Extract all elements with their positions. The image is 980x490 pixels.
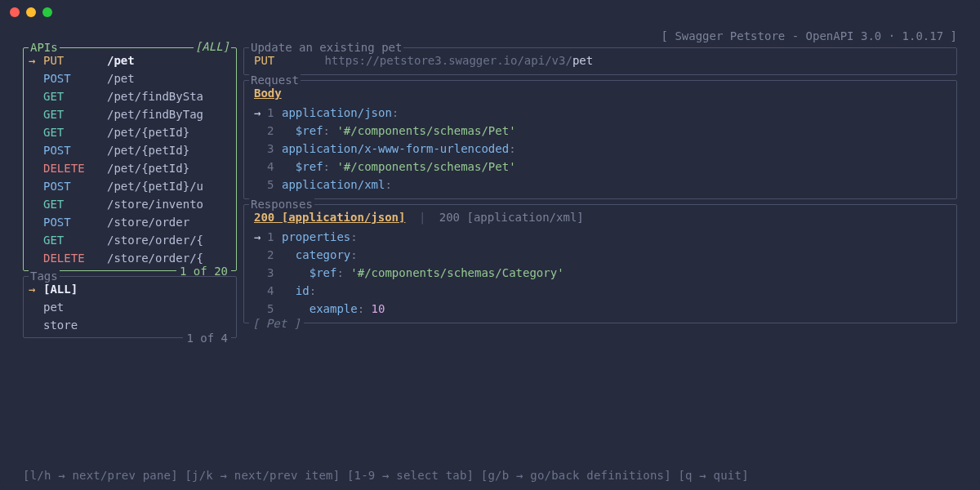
code-line[interactable]: 4 id: <box>254 282 947 300</box>
key-help-bar: [l/h → next/prev pane] [j/k → next/prev … <box>23 469 957 482</box>
line-number: 1 <box>267 228 282 246</box>
api-method: GET <box>43 231 107 249</box>
api-row[interactable]: GET/store/order/{ <box>24 231 236 249</box>
code-text: $ref: '#/components/schemas/Pet' <box>282 122 516 140</box>
header-bracket-open: [ <box>662 29 675 42</box>
api-method: POST <box>43 177 107 195</box>
api-row[interactable]: DELETE/pet/{petId} <box>24 159 236 177</box>
close-icon[interactable] <box>10 7 20 17</box>
api-method: GET <box>43 123 107 141</box>
summary-url-path: pet <box>572 54 593 67</box>
summary-panel: Update an existing pet PUT https://petst… <box>243 47 957 75</box>
left-column: APIs [ALL] PUT/petPOST/petGET/pet/findBy… <box>23 47 237 343</box>
code-line[interactable]: 5 example: 10 <box>254 300 947 318</box>
apis-filter-badge: [ALL] <box>194 40 231 53</box>
right-column: Update an existing pet PUT https://petst… <box>237 47 957 343</box>
api-method: DELETE <box>43 249 107 267</box>
api-path: /pet/{petId} <box>107 141 189 159</box>
line-number: 4 <box>267 282 282 300</box>
code-text: application/json: <box>282 104 399 122</box>
responses-body-yaml[interactable]: 1properties:2 category:3 $ref: '#/compon… <box>244 228 956 321</box>
api-path: /pet/{petId} <box>107 123 189 141</box>
api-path: /store/order <box>107 213 189 231</box>
code-text: category: <box>282 246 358 264</box>
selection-arrow-icon <box>254 104 267 122</box>
api-row[interactable]: GET/store/invento <box>24 195 236 213</box>
line-number: 4 <box>267 158 282 176</box>
tags-list[interactable]: [ALL]petstore <box>24 278 236 336</box>
api-path: /pet/findByTag <box>107 105 203 123</box>
api-path: /pet <box>107 69 135 87</box>
responses-schema-name: [ Pet ] <box>249 317 304 330</box>
selection-arrow-icon <box>29 298 43 316</box>
line-number: 2 <box>267 246 282 264</box>
header-dot: · <box>881 29 902 42</box>
line-number: 3 <box>267 264 282 282</box>
selection-arrow-icon <box>29 316 43 334</box>
code-line[interactable]: 1application/json: <box>254 104 947 122</box>
spec-title: Swagger Petstore - OpenAPI 3.0 <box>675 29 881 42</box>
code-text: id: <box>282 282 316 300</box>
api-row[interactable]: POST/pet <box>24 69 236 87</box>
api-path: /pet/findBySta <box>107 87 203 105</box>
code-line[interactable]: 4 $ref: '#/components/schemas/Pet' <box>254 158 947 176</box>
api-path: /pet/{petId} <box>107 159 189 177</box>
summary-url-base: https://petstore3.swagger.io/api/v3/ <box>324 54 572 67</box>
apis-list[interactable]: PUT/petPOST/petGET/pet/findByStaGET/pet/… <box>24 50 236 269</box>
header-bracket-close: ] <box>943 29 957 42</box>
line-number: 2 <box>267 122 282 140</box>
app-window: [ Swagger Petstore - OpenAPI 3.0 · 1.0.1… <box>0 0 980 490</box>
code-text: $ref: '#/components/schemas/Category' <box>282 264 564 282</box>
api-method: GET <box>43 87 107 105</box>
line-number: 1 <box>267 104 282 122</box>
responses-panel[interactable]: Responses 200 [application/json] | 200 [… <box>243 204 957 323</box>
api-row[interactable]: POST/store/order <box>24 213 236 231</box>
tag-label: store <box>43 316 78 334</box>
main-layout: APIs [ALL] PUT/petPOST/petGET/pet/findBy… <box>0 47 980 343</box>
api-method: DELETE <box>43 159 107 177</box>
tab-separator: | <box>412 211 432 224</box>
line-number: 5 <box>267 300 282 318</box>
code-line[interactable]: 3application/x-www-form-urlencoded: <box>254 140 947 158</box>
line-number: 5 <box>267 176 282 194</box>
tab-response-json[interactable]: 200 [application/json] <box>254 211 405 224</box>
tab-response-xml[interactable]: 200 [application/xml] <box>439 211 584 224</box>
request-panel[interactable]: Request Body 1application/json:2 $ref: '… <box>243 80 957 199</box>
api-path: /store/order/{ <box>107 231 203 249</box>
code-line[interactable]: 2 category: <box>254 246 947 264</box>
code-line[interactable]: 1properties: <box>254 228 947 246</box>
spec-version: 1.0.17 <box>902 29 944 42</box>
request-tabs[interactable]: Body <box>244 82 956 104</box>
tags-counter: 1 of 4 <box>183 332 231 345</box>
request-panel-title: Request <box>249 73 301 87</box>
minimize-icon[interactable] <box>26 7 36 17</box>
responses-tabs[interactable]: 200 [application/json] | 200 [applicatio… <box>244 207 956 228</box>
apis-panel[interactable]: APIs [ALL] PUT/petPOST/petGET/pet/findBy… <box>23 47 237 271</box>
code-line[interactable]: 3 $ref: '#/components/schemas/Category' <box>254 264 947 282</box>
window-titlebar <box>0 0 980 24</box>
code-line[interactable]: 2 $ref: '#/components/schemas/Pet' <box>254 122 947 140</box>
api-method: POST <box>43 69 107 87</box>
api-row[interactable]: POST/pet/{petId}/u <box>24 177 236 195</box>
tags-panel[interactable]: Tags [ALL]petstore 1 of 4 <box>23 276 237 338</box>
code-text: application/x-www-form-urlencoded: <box>282 140 516 158</box>
api-path: /pet/{petId}/u <box>107 177 203 195</box>
api-row[interactable]: POST/pet/{petId} <box>24 141 236 159</box>
tab-body[interactable]: Body <box>254 87 282 100</box>
selection-arrow-icon <box>254 228 267 246</box>
maximize-icon[interactable] <box>42 7 52 17</box>
api-method: POST <box>43 213 107 231</box>
tag-row[interactable]: pet <box>24 298 236 316</box>
code-line[interactable]: 5application/xml: <box>254 176 947 194</box>
api-row[interactable]: GET/pet/findByTag <box>24 105 236 123</box>
responses-panel-title: Responses <box>249 197 314 212</box>
code-text: properties: <box>282 228 358 246</box>
api-method: POST <box>43 141 107 159</box>
summary-title: Update an existing pet <box>249 40 403 55</box>
code-text: $ref: '#/components/schemas/Pet' <box>282 158 516 176</box>
api-row[interactable]: GET/pet/{petId} <box>24 123 236 141</box>
code-text: example: 10 <box>282 300 385 318</box>
tags-panel-title: Tags <box>29 269 60 283</box>
request-body-yaml[interactable]: 1application/json:2 $ref: '#/components/… <box>244 104 956 197</box>
api-row[interactable]: GET/pet/findBySta <box>24 87 236 105</box>
